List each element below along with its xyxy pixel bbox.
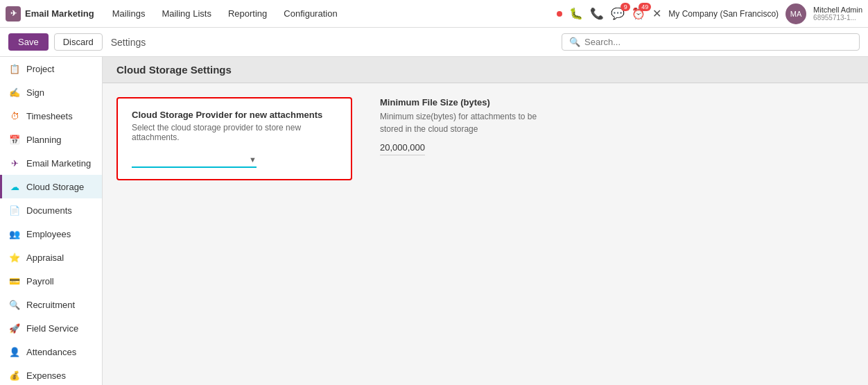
sidebar-item-payroll[interactable]: 💳 Payroll: [0, 269, 102, 293]
user-avatar[interactable]: MA: [785, 3, 806, 24]
search-icon: 🔍: [569, 37, 580, 47]
sidebar-item-expenses[interactable]: 💰 Expenses: [0, 363, 102, 385]
provider-select-wrapper: ▼: [132, 151, 257, 168]
nav-right: 🐛 📞 💬 9 ⏰ 49 ✕ My Company (San Francisco…: [557, 3, 862, 24]
sidebar-item-appraisal[interactable]: ⭐ Appraisal: [0, 246, 102, 269]
bug-icon[interactable]: 🐛: [569, 7, 583, 20]
phone-icon[interactable]: 📞: [590, 7, 604, 20]
user-id: 68955713-1...: [813, 14, 862, 22]
expenses-icon: 💰: [8, 369, 21, 382]
sidebar-item-sign[interactable]: ✍ Sign: [0, 80, 102, 104]
payroll-icon: 💳: [8, 275, 21, 287]
content-header: Cloud Storage Settings: [103, 57, 868, 83]
sidebar-label-employees: Employees: [26, 229, 71, 239]
activity-icon[interactable]: ⏰ 49: [632, 7, 645, 20]
provider-field-label: Cloud Storage Provider for new attachmen…: [132, 110, 337, 120]
cloud-provider-box: Cloud Storage Provider for new attachmen…: [116, 97, 352, 180]
nav-reporting[interactable]: Reporting: [221, 6, 274, 22]
sidebar-label-attendances: Attendances: [26, 347, 76, 357]
page-title: Cloud Storage Settings: [116, 64, 232, 76]
chat-icon[interactable]: 💬 9: [611, 7, 625, 20]
project-icon: 📋: [8, 62, 21, 75]
sidebar-label-appraisal: Appraisal: [26, 253, 64, 263]
search-input[interactable]: [584, 37, 852, 47]
attendances-icon: 👤: [8, 345, 21, 358]
minsize-label: Minimum File Size (bytes): [380, 97, 560, 108]
sidebar: 📋 Project ✍ Sign ⏱ Timesheets 📅 Planning…: [0, 57, 103, 385]
cloud-icon: ☁: [8, 180, 21, 193]
app-logo-icon: ✈: [6, 6, 21, 22]
nav-links: Mailings Mailing Lists Reporting Configu…: [105, 6, 345, 22]
sidebar-item-attendances[interactable]: 👤 Attendances: [0, 340, 102, 363]
sidebar-label-planning: Planning: [26, 135, 62, 145]
discard-button[interactable]: Discard: [54, 33, 103, 51]
user-info-block: Mitchell Admin 68955713-1...: [813, 6, 862, 22]
sidebar-label-recruitment: Recruitment: [26, 300, 75, 310]
chat-badge: 9: [620, 3, 630, 11]
documents-icon: 📄: [8, 204, 21, 216]
main-area: 📋 Project ✍ Sign ⏱ Timesheets 📅 Planning…: [0, 57, 868, 385]
employees-icon: 👥: [8, 228, 21, 240]
sidebar-item-field-service[interactable]: 🚀 Field Service: [0, 316, 102, 340]
sidebar-label-field: Field Service: [26, 323, 78, 334]
avatar-initials: MA: [790, 10, 802, 18]
provider-select[interactable]: [132, 151, 257, 168]
sidebar-label-cloud: Cloud Storage: [26, 182, 84, 192]
nav-configuration[interactable]: Configuration: [277, 6, 344, 22]
sidebar-label-sign: Sign: [26, 87, 44, 98]
logo-letter: ✈: [10, 9, 17, 18]
activity-badge: 49: [639, 3, 651, 11]
app-logo[interactable]: ✈ Email Marketing: [6, 6, 94, 22]
sidebar-label-documents: Documents: [26, 205, 72, 216]
user-name: Mitchell Admin: [813, 6, 862, 14]
content-area: Cloud Storage Settings Cloud Storage Pro…: [103, 57, 868, 385]
sign-icon: ✍: [8, 86, 21, 99]
sidebar-item-email-marketing[interactable]: ✈ Email Marketing: [0, 151, 102, 175]
sidebar-label-timesheets: Timesheets: [26, 111, 73, 121]
sidebar-label-expenses: Expenses: [26, 370, 66, 381]
minsize-value: 20,000,000: [380, 142, 425, 155]
planning-icon: 📅: [8, 133, 21, 146]
status-dot-red: [557, 11, 562, 17]
sidebar-item-documents[interactable]: 📄 Documents: [0, 198, 102, 222]
company-name[interactable]: My Company (San Francisco): [668, 9, 779, 19]
close-icon[interactable]: ✕: [652, 7, 661, 20]
sidebar-item-planning[interactable]: 📅 Planning: [0, 128, 102, 151]
sidebar-label-email: Email Marketing: [26, 158, 91, 169]
appraisal-icon: ⭐: [8, 251, 21, 264]
nav-mailings[interactable]: Mailings: [105, 6, 153, 22]
toolbar: Save Discard Settings 🔍: [0, 28, 868, 57]
nav-mailing-lists[interactable]: Mailing Lists: [155, 6, 218, 22]
sidebar-item-cloud-storage[interactable]: ☁ Cloud Storage: [0, 175, 102, 198]
toolbar-settings-label: Settings: [111, 37, 146, 48]
sidebar-label-project: Project: [26, 64, 54, 74]
sidebar-item-employees[interactable]: 👥 Employees: [0, 222, 102, 246]
sidebar-label-payroll: Payroll: [26, 276, 54, 286]
save-button[interactable]: Save: [8, 33, 49, 51]
recruitment-icon: 🔍: [8, 298, 21, 311]
provider-field-desc: Select the cloud storage provider to sto…: [132, 123, 337, 142]
minsize-section: Minimum File Size (bytes) Minimum size(b…: [380, 97, 560, 180]
settings-grid: Cloud Storage Provider for new attachmen…: [116, 97, 854, 180]
content-body: Cloud Storage Provider for new attachmen…: [103, 83, 868, 194]
email-icon: ✈: [8, 157, 21, 169]
search-bar: 🔍: [562, 33, 860, 51]
app-name: Email Marketing: [25, 8, 94, 19]
field-service-icon: 🚀: [8, 322, 21, 334]
sidebar-item-recruitment[interactable]: 🔍 Recruitment: [0, 293, 102, 316]
sidebar-item-project[interactable]: 📋 Project: [0, 57, 102, 80]
timesheets-icon: ⏱: [8, 110, 21, 122]
top-navbar: ✈ Email Marketing Mailings Mailing Lists…: [0, 0, 868, 28]
sidebar-item-timesheets[interactable]: ⏱ Timesheets: [0, 104, 102, 128]
minsize-desc: Minimum size(bytes) for attachments to b…: [380, 110, 560, 135]
